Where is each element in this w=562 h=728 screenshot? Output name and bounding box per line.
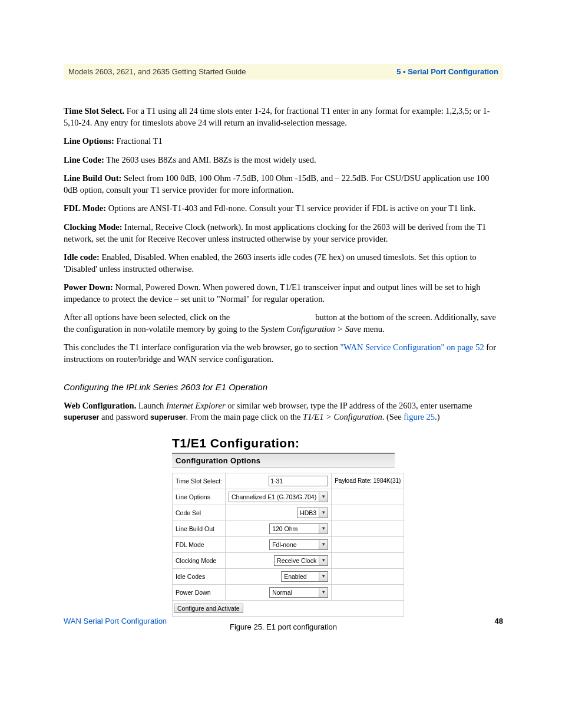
configure-activate-button[interactable]: Configure and Activate: [174, 604, 243, 613]
powerdown-select[interactable]: Normal ▼: [269, 587, 328, 598]
para-clocking: Clocking Mode: Internal, Receive Clock (…: [64, 222, 503, 245]
para-fdl: FDL Mode: Options are ANSI-T1-403 and Fd…: [64, 203, 503, 215]
payload-rate: Payload Rate: 1984K(31): [332, 473, 404, 489]
idle-select[interactable]: Enabled ▼: [281, 571, 328, 582]
config-table: Time Slot Select: Payload Rate: 1984K(31…: [172, 473, 404, 617]
para-idle: Idle code: Enabled, Disabled. When enabl…: [64, 252, 503, 275]
config-panel: T1/E1 Configuration: Configuration Optio…: [172, 436, 395, 617]
header-section: 5 • Serial Port Configuration: [396, 67, 498, 76]
row-fdl: FDL Mode Fdl-none ▼: [173, 536, 404, 552]
chevron-down-icon: ▼: [319, 524, 328, 533]
config-subtitle: Configuration Options: [172, 453, 395, 468]
page-footer: WAN Serial Port Configuration 48: [64, 617, 503, 625]
page-header: Models 2603, 2621, and 2635 Getting Star…: [64, 64, 503, 80]
codesel-select[interactable]: HDB3 ▼: [297, 508, 328, 518]
page: Models 2603, 2621, and 2635 Getting Star…: [0, 0, 562, 655]
row-lbo: Line Build Out 120 Ohm ▼: [173, 521, 404, 536]
link-figure25[interactable]: figure 25: [404, 412, 435, 421]
para-after-options: After all options have been selected, cl…: [64, 312, 503, 335]
para-lineoptions: Line Options: Fractional T1: [64, 136, 503, 147]
chevron-down-icon: ▼: [319, 508, 328, 518]
para-powerdown: Power Down: Normal, Powered Down. When p…: [64, 282, 503, 305]
footer-page-number: 48: [495, 617, 503, 625]
timeslot-input[interactable]: [269, 476, 328, 486]
chevron-down-icon: ▼: [319, 588, 328, 597]
lineoptions-select[interactable]: Channelized E1 (G.703/G.704) ▼: [229, 492, 328, 502]
header-guide-title: Models 2603, 2621, and 2635 Getting Star…: [68, 67, 246, 76]
chevron-down-icon: ▼: [319, 492, 328, 502]
row-powerdown: Power Down Normal ▼: [173, 584, 404, 600]
para-linecode: Line Code: The 2603 uses B8Zs and AMI. B…: [64, 154, 503, 166]
row-timeslot: Time Slot Select: Payload Rate: 1984K(31…: [173, 473, 404, 489]
figure-config: T1/E1 Configuration: Configuration Optio…: [64, 436, 503, 631]
lbo-select[interactable]: 120 Ohm ▼: [269, 523, 328, 534]
row-clocking: Clocking Mode Receive Clock ▼: [173, 552, 404, 568]
row-lineoptions: Line Options Channelized E1 (G.703/G.704…: [173, 489, 404, 505]
para-timeslot: Time Slot Select. For a T1 using all 24 …: [64, 106, 503, 129]
para-webconfig: Web Configuration. Launch Internet Explo…: [64, 400, 503, 423]
fdl-select[interactable]: Fdl-none ▼: [269, 539, 328, 550]
para-conclude: This concludes the T1 interface configur…: [64, 342, 503, 365]
clocking-select[interactable]: Receive Clock ▼: [274, 555, 328, 566]
para-lbo: Line Build Out: Select from 100 0dB, 100…: [64, 173, 503, 196]
chevron-down-icon: ▼: [319, 556, 328, 565]
row-button: Configure and Activate: [173, 600, 404, 616]
config-title: T1/E1 Configuration:: [172, 436, 395, 450]
row-codesel: Code Sel HDB3 ▼: [173, 505, 404, 521]
row-idle: Idle Codes Enabled ▼: [173, 568, 404, 584]
subheading-e1: Configuring the IPLink Series 2603 for E…: [64, 382, 503, 392]
chevron-down-icon: ▼: [319, 540, 328, 549]
link-wan-service[interactable]: "WAN Service Configuration" on page 52: [340, 342, 484, 352]
footer-section: WAN Serial Port Configuration: [64, 617, 167, 625]
chevron-down-icon: ▼: [319, 572, 328, 581]
